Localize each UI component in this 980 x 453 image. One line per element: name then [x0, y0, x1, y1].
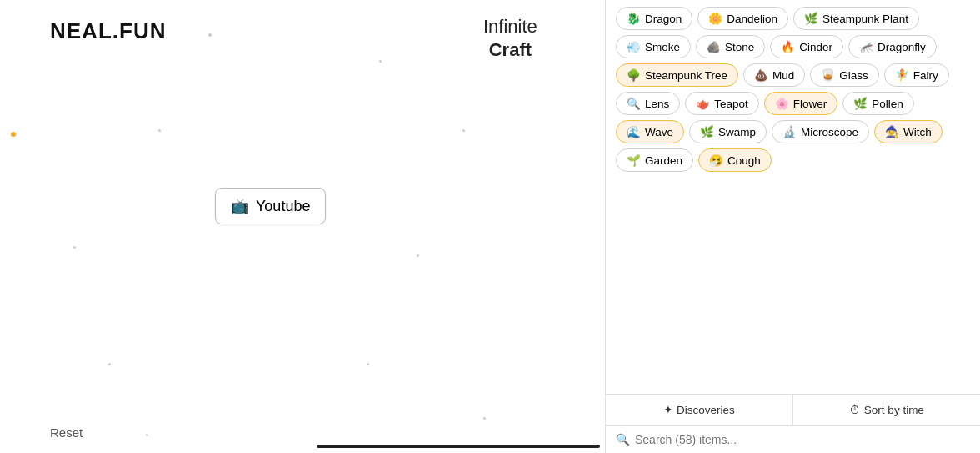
item-emoji: 🌸 [775, 97, 789, 110]
list-item[interactable]: 🌼Dandelion [698, 7, 788, 30]
list-item[interactable]: 🔍Lens [616, 92, 680, 115]
decorative-dot [158, 129, 161, 132]
item-label: Swamp [718, 126, 756, 138]
item-emoji: 🥃 [821, 68, 835, 82]
list-item[interactable]: 🧚Fairy [884, 63, 949, 87]
item-emoji: 💩 [754, 68, 768, 82]
youtube-emoji: 📺 [231, 197, 249, 215]
list-item[interactable]: 🐉Dragon [616, 7, 692, 30]
decorative-dot [367, 363, 369, 365]
item-label: Pollen [872, 98, 903, 110]
item-label: Steampunk Plant [822, 13, 908, 25]
list-item[interactable]: 💩Mud [743, 63, 805, 87]
decorative-dot [417, 254, 419, 257]
reset-button[interactable]: Reset [50, 425, 82, 440]
youtube-element[interactable]: 📺 Youtube [215, 188, 326, 224]
list-item[interactable]: 🌳Steampunk Tree [616, 63, 738, 87]
item-label: Glass [839, 69, 868, 82]
item-label: Cough [728, 154, 761, 167]
item-emoji: 🪨 [707, 40, 721, 53]
list-item[interactable]: 💨Smoke [616, 35, 691, 58]
item-label: Wave [645, 126, 673, 138]
item-label: Dandelion [727, 13, 778, 25]
item-label: Dragonfly [878, 41, 926, 53]
item-emoji: 🔬 [782, 125, 797, 138]
item-label: Steampunk Tree [645, 69, 728, 82]
item-label: Flower [793, 98, 828, 110]
item-emoji: 🌿 [853, 97, 868, 110]
item-emoji: 🤧 [709, 154, 723, 167]
item-label: Smoke [645, 41, 680, 53]
list-item[interactable]: 🔥Cinder [770, 35, 843, 58]
item-label: Stone [725, 41, 754, 53]
item-emoji: 💨 [627, 40, 641, 53]
item-emoji: 🌱 [627, 154, 641, 167]
decorative-dot [208, 33, 212, 37]
list-item[interactable]: 🧙Witch [874, 120, 942, 143]
tab-discoveries[interactable]: ✦ Discoveries [606, 395, 793, 425]
youtube-label: Youtube [256, 198, 310, 215]
list-item[interactable]: 🌿Swamp [689, 120, 767, 143]
search-bar: 🔍 [606, 425, 980, 453]
item-emoji: 🌼 [708, 12, 722, 25]
list-item[interactable]: 🔬Microscope [772, 120, 869, 143]
item-emoji: 🔥 [781, 40, 795, 53]
list-item[interactable]: 🦟Dragonfly [848, 35, 937, 58]
list-item[interactable]: 🥃Glass [810, 63, 879, 87]
sidebar: 🐉Dragon🌼Dandelion🌿Steampunk Plant💨Smoke🪨… [605, 0, 980, 453]
list-item[interactable]: 🌿Steampunk Plant [793, 7, 919, 30]
item-label: Lens [645, 98, 669, 110]
item-label: Cinder [799, 41, 832, 53]
item-label: Garden [645, 154, 682, 167]
item-emoji: 🐉 [627, 12, 641, 25]
list-item[interactable]: 🌱Garden [616, 148, 693, 172]
decorative-dot [73, 246, 76, 249]
tab-sort-by-time[interactable]: ⏱ Sort by time [793, 395, 980, 425]
item-label: Mud [772, 69, 794, 82]
item-emoji: 🌳 [627, 68, 641, 82]
item-emoji: 🌿 [804, 12, 818, 25]
decorative-dot [462, 129, 465, 132]
decorative-dot [146, 434, 148, 436]
item-emoji: 🌿 [700, 125, 714, 138]
item-label: Witch [903, 126, 932, 138]
app-title: InfiniteCraft [483, 15, 538, 61]
item-emoji: 🔍 [627, 97, 641, 110]
search-icon: 🔍 [616, 433, 630, 446]
decorative-dot [483, 417, 486, 420]
search-input[interactable] [635, 433, 970, 446]
tab-bar: ✦ Discoveries ⏱ Sort by time [606, 394, 980, 425]
craft-canvas[interactable]: NEAL.FUN InfiniteCraft 📺 Youtube Reset [0, 0, 605, 453]
item-label: Teapot [714, 98, 748, 110]
list-item[interactable]: 🌊Wave [616, 120, 684, 143]
item-label: Dragon [645, 13, 682, 25]
logo: NEAL.FUN [50, 18, 166, 44]
list-item[interactable]: 🫖Teapot [685, 92, 759, 115]
items-list: 🐉Dragon🌼Dandelion🌿Steampunk Plant💨Smoke🪨… [606, 0, 980, 394]
list-item[interactable]: 🤧Cough [698, 148, 772, 172]
item-label: Microscope [801, 126, 858, 138]
decorative-dot [379, 60, 382, 63]
decorative-dot [11, 132, 16, 137]
item-label: Fairy [913, 69, 938, 82]
item-emoji: 🦟 [859, 40, 873, 53]
item-emoji: 🌊 [627, 125, 641, 138]
list-item[interactable]: 🌿Pollen [842, 92, 914, 115]
item-emoji: 🫖 [696, 97, 710, 110]
item-emoji: 🧙 [885, 125, 899, 138]
list-item[interactable]: 🪨Stone [696, 35, 765, 58]
decorative-dot [108, 363, 111, 365]
item-emoji: 🧚 [895, 68, 909, 82]
bottom-bar [317, 445, 600, 448]
list-item[interactable]: 🌸Flower [764, 92, 838, 115]
